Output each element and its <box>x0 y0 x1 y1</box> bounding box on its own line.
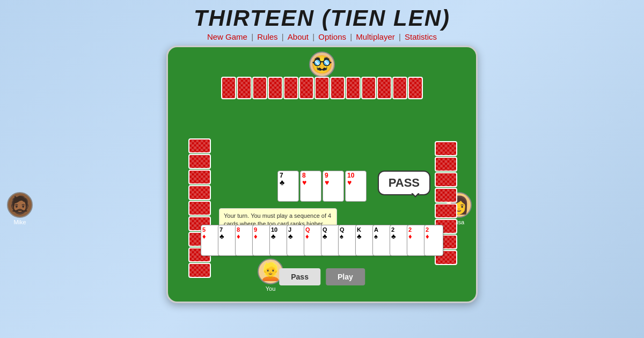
card-back <box>435 188 457 203</box>
bill-face: 🥸 <box>309 52 335 77</box>
nav-multiplayer[interactable]: Multiplayer <box>356 32 395 41</box>
played-card-8h[interactable]: 8 ♥ <box>300 171 321 202</box>
player-card-as[interactable]: A ♠ <box>372 225 392 256</box>
pass-button[interactable]: Pass <box>279 268 320 285</box>
bill-hand <box>221 77 423 99</box>
nav-rules[interactable]: Rules <box>257 32 277 41</box>
card-back <box>188 154 211 169</box>
mike-label: Mike <box>7 219 33 225</box>
mike-face: 🧔🏾 <box>7 192 33 218</box>
pass-bubble: PASS <box>378 171 430 195</box>
player-card-jc[interactable]: J ♣ <box>287 225 306 256</box>
card-back <box>392 77 407 99</box>
card-back <box>435 203 457 218</box>
nav-new-game[interactable]: New Game <box>207 32 247 41</box>
card-back <box>221 77 236 99</box>
nav-statistics[interactable]: Statistics <box>405 32 437 41</box>
nav-options[interactable]: Options <box>318 32 346 41</box>
player-card-kc[interactable]: K ♣ <box>355 225 375 256</box>
player-card-5d[interactable]: 5 ♦ <box>201 225 220 256</box>
action-buttons: Pass Play <box>279 268 365 285</box>
card-back <box>435 141 457 156</box>
card-back <box>188 170 211 185</box>
card-back <box>330 77 345 99</box>
player-card-10c[interactable]: 10 ♣ <box>269 225 289 256</box>
card-back <box>283 77 298 99</box>
nav-bar: New Game | Rules | About | Options | Mul… <box>194 32 450 41</box>
card-back <box>188 263 211 278</box>
played-card-10h[interactable]: 10 ♥ <box>345 171 367 202</box>
card-back <box>252 77 267 99</box>
card-back <box>361 77 376 99</box>
card-back <box>314 77 330 99</box>
player-card-7c[interactable]: 7 ♣ <box>218 225 237 256</box>
player-card-8d[interactable]: 8 ♦ <box>235 225 254 256</box>
player-hand: 5 ♦ 7 ♣ 8 ♦ 9 ♦ 10 ♣ J ♣ Q ♦ Q ♣ <box>201 225 443 256</box>
card-back <box>299 77 314 99</box>
header: THIRTEEN (TIEN LEN) New Game | Rules | A… <box>194 0 450 41</box>
player-card-qs[interactable]: Q ♠ <box>338 225 357 256</box>
you-label: You <box>258 285 283 292</box>
played-card-7c[interactable]: 7 ♣ <box>277 171 299 202</box>
player-card-qd[interactable]: Q ♦ <box>304 225 323 256</box>
card-back <box>435 157 457 172</box>
game-board: 🥸 Bill 🧔🏾 Mike 👩 Lisa <box>166 46 478 303</box>
center-played-cards: 7 ♣ 8 ♥ 9 ♥ 10 ♥ <box>277 171 367 202</box>
player-card-2c[interactable]: 2 ♣ <box>390 225 409 256</box>
player-card-9d[interactable]: 9 ♦ <box>252 225 272 256</box>
player-card-2d2[interactable]: 2 ♦ <box>424 225 443 256</box>
played-card-9h[interactable]: 9 ♥ <box>323 171 344 202</box>
mike-avatar: 🧔🏾 Mike <box>7 192 33 225</box>
card-back <box>377 77 392 99</box>
card-back <box>188 185 211 200</box>
card-back <box>237 77 252 99</box>
card-back <box>188 201 211 216</box>
player-card-qc[interactable]: Q ♣ <box>321 225 340 256</box>
card-back <box>268 77 283 99</box>
card-back <box>408 77 423 99</box>
card-back <box>435 172 457 187</box>
card-back <box>346 77 361 99</box>
play-button[interactable]: Play <box>326 268 365 285</box>
game-title: THIRTEEN (TIEN LEN) <box>194 5 450 31</box>
nav-about[interactable]: About <box>288 32 309 41</box>
mike-hand <box>188 138 211 278</box>
card-back <box>188 138 211 153</box>
player-card-2d1[interactable]: 2 ♦ <box>407 225 426 256</box>
